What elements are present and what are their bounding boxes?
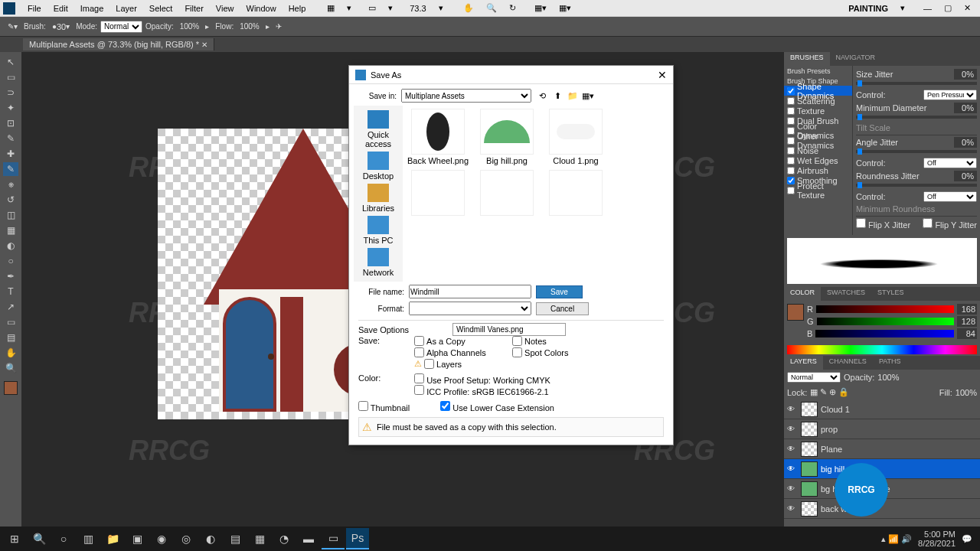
color-swatch[interactable] <box>4 381 18 395</box>
zoom-tool[interactable]: 🔍 <box>3 361 18 375</box>
mode-select[interactable]: Normal <box>100 21 142 33</box>
file-item[interactable] <box>475 170 539 217</box>
place-quick[interactable]: Quick access <box>354 110 403 148</box>
type-tool[interactable]: T <box>3 285 18 298</box>
angle-jitter-slider[interactable] <box>856 150 977 153</box>
dodge-tool[interactable]: ○ <box>3 254 18 268</box>
chrome-icon[interactable]: ◎ <box>175 528 198 549</box>
lasso-tool[interactable]: ⊃ <box>3 86 18 99</box>
blend-mode[interactable]: Normal <box>787 372 841 383</box>
gradient-tool[interactable]: ▦ <box>3 223 18 237</box>
app-icon-3[interactable]: ▤ <box>224 528 247 549</box>
color-tab[interactable]: Color <box>784 287 821 301</box>
format-select[interactable] <box>409 302 531 315</box>
app-icon-4[interactable]: ▦ <box>248 528 271 549</box>
cortana-icon[interactable]: ○ <box>52 528 75 549</box>
chk-alpha[interactable]: Alpha Channels <box>414 347 506 357</box>
notifications-icon[interactable]: 💬 <box>962 534 972 544</box>
chk-layers[interactable]: ⚠Layers <box>414 359 506 369</box>
photoshop-taskbar[interactable]: Ps <box>346 528 369 549</box>
menu-filter[interactable]: Filter <box>178 4 209 13</box>
place-thispc[interactable]: This PC <box>363 216 393 245</box>
taskview-icon[interactable]: ▥ <box>77 528 100 549</box>
layer-item[interactable]: 👁prop <box>784 419 980 439</box>
b-slider[interactable] <box>815 330 954 337</box>
brush-size[interactable]: ● 30▾ <box>52 22 70 31</box>
file-item[interactable] <box>544 170 608 217</box>
control2-select[interactable]: Off <box>923 158 977 168</box>
chk-copy[interactable]: As a Copy <box>414 336 506 346</box>
app-icon-7[interactable]: ▭ <box>322 528 345 549</box>
paths-tab[interactable]: Paths <box>873 356 907 370</box>
file-item[interactable]: Cloud 1.png <box>544 109 608 165</box>
foreground-swatch[interactable] <box>787 304 804 321</box>
place-desktop[interactable]: Desktop <box>363 152 394 181</box>
menu-view[interactable]: View <box>210 4 240 13</box>
b-value[interactable]: 84 <box>957 328 977 339</box>
path-tool[interactable]: ↗ <box>3 300 18 314</box>
size-jitter-slider[interactable] <box>856 82 977 85</box>
min-diam-val[interactable]: 0% <box>954 103 977 113</box>
chk-thumbnail[interactable]: Thumbnail <box>358 401 410 412</box>
close-icon[interactable]: ✕ <box>658 69 667 81</box>
autocomplete-suggestion[interactable]: Windmill Vanes.png <box>452 323 566 336</box>
place-network[interactable]: Network <box>363 248 394 277</box>
menu-image[interactable]: Image <box>74 4 110 13</box>
roundness-val[interactable]: 0% <box>954 171 977 181</box>
eraser-tool[interactable]: ◫ <box>3 208 18 222</box>
g-value[interactable]: 128 <box>957 316 977 327</box>
airbrush-opt[interactable]: Airbrush <box>784 165 852 175</box>
control3-select[interactable]: Off <box>923 191 977 202</box>
shape-dynamics[interactable]: Shape Dynamics <box>784 86 852 96</box>
r-value[interactable]: 168 <box>957 304 977 315</box>
flow-value[interactable]: 100% <box>240 22 260 31</box>
menu-window[interactable]: Window <box>240 4 283 13</box>
g-slider[interactable] <box>817 318 954 325</box>
r-slider[interactable] <box>816 305 954 313</box>
app-icon-2[interactable]: ◉ <box>150 528 173 549</box>
chk-proof[interactable]: Use Proof Setup: Working CMYK <box>414 373 550 385</box>
tray-icons[interactable]: ▴ 📶 🔊 <box>881 534 912 544</box>
search-icon[interactable]: 🔍 <box>28 528 51 549</box>
fill-value[interactable]: 100% <box>956 388 977 397</box>
roundness-slider[interactable] <box>856 184 977 187</box>
brushes-tab[interactable]: Brushes <box>784 52 830 66</box>
new-folder-icon[interactable]: 📁 <box>567 90 579 102</box>
navigator-tab[interactable]: Navigator <box>830 52 882 66</box>
menu-file[interactable]: File <box>21 4 47 13</box>
file-item[interactable]: Big hill.png <box>475 109 539 165</box>
app-icon-5[interactable]: ◔ <box>273 528 296 549</box>
crop-tool[interactable]: ⊡ <box>3 116 18 130</box>
views-icon[interactable]: ▦▾ <box>582 90 594 102</box>
tool-preset-icon[interactable]: ✎▾ <box>8 22 18 31</box>
chk-lowercase[interactable]: Use Lower Case Extension <box>440 401 554 412</box>
save-in-select[interactable]: Multiplane Assets <box>401 89 531 103</box>
opacity-value[interactable]: 100% <box>180 22 200 31</box>
app-icon-6[interactable]: ▬ <box>297 528 320 549</box>
filename-input[interactable] <box>409 285 531 298</box>
back-icon[interactable]: ⟲ <box>536 90 548 102</box>
start-button[interactable]: ⊞ <box>3 528 26 549</box>
layer-item[interactable]: 👁Cloud 1 <box>784 399 980 419</box>
min-diam-slider[interactable] <box>856 116 977 119</box>
explorer-icon[interactable]: 📁 <box>101 528 124 549</box>
airbrush-icon[interactable]: ✈ <box>276 22 282 31</box>
place-libraries[interactable]: Libraries <box>362 184 394 213</box>
file-item[interactable] <box>406 170 470 217</box>
styles-tab[interactable]: Styles <box>871 287 910 301</box>
stamp-tool[interactable]: ⎈ <box>3 178 18 191</box>
channels-tab[interactable]: Channels <box>823 356 873 370</box>
blender-icon[interactable]: ◐ <box>199 528 222 549</box>
brush-tool[interactable]: ✎ <box>3 162 18 176</box>
layer-item[interactable]: 👁Plane <box>784 439 980 459</box>
size-jitter-val[interactable]: 0% <box>954 69 977 80</box>
healing-tool[interactable]: ✚ <box>3 147 18 161</box>
wand-tool[interactable]: ✦ <box>3 101 18 115</box>
blur-tool[interactable]: ◐ <box>3 239 18 253</box>
hand-tool[interactable]: ✋ <box>3 346 18 360</box>
chk-icc[interactable]: ICC Profile: sRGB IEC61966-2.1 <box>414 385 550 396</box>
file-list[interactable]: Back Wheel.png Big hill.png Cloud 1.png <box>403 106 668 251</box>
zoom-value[interactable]: 73.3 <box>403 4 432 13</box>
history-brush-tool[interactable]: ↺ <box>3 193 18 207</box>
wet-edges[interactable]: Wet Edges <box>784 155 852 165</box>
